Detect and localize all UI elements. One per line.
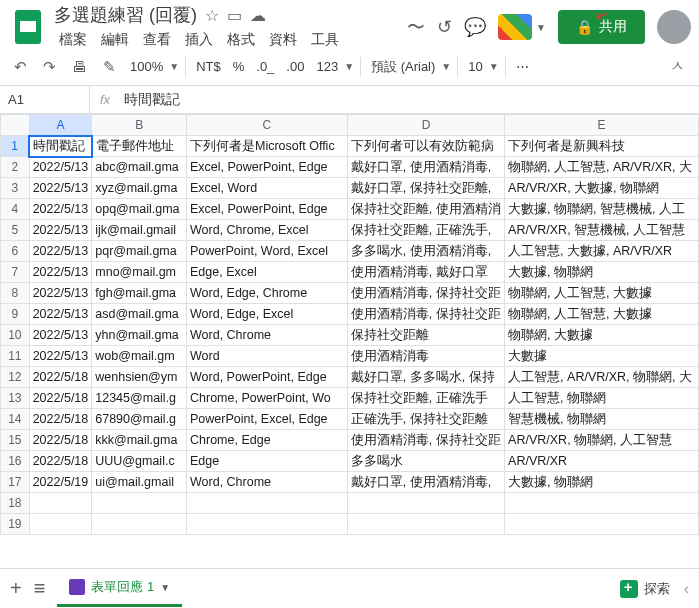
undo-icon[interactable]: ↶ — [8, 54, 33, 80]
cell[interactable]: AR/VR/XR, 大數據, 物聯網 — [505, 178, 699, 199]
cell[interactable]: Excel, PowerPoint, Edge — [187, 157, 348, 178]
row-19[interactable]: 19 — [1, 514, 30, 535]
collapse-icon[interactable]: ㅅ — [664, 53, 691, 80]
cell[interactable]: Word, Chrome — [187, 325, 348, 346]
cell[interactable]: 下列何者可以有效防範病 — [347, 136, 504, 157]
cell[interactable]: AR/VR/XR, 物聯網, 人工智慧 — [505, 430, 699, 451]
row-9[interactable]: 9 — [1, 304, 30, 325]
row-17[interactable]: 17 — [1, 472, 30, 493]
add-sheet-button[interactable]: + — [10, 577, 22, 600]
nav-left[interactable]: ‹ — [684, 580, 689, 598]
currency[interactable]: NT$ — [192, 55, 225, 78]
cell[interactable]: 大數據, 物聯網, 智慧機械, 人工 — [505, 199, 699, 220]
cell[interactable]: 戴好口罩, 使用酒精消毒, — [347, 157, 504, 178]
grid[interactable]: A B C D E 1 時間戳記 電子郵件地址 下列何者是Microsoft O… — [0, 114, 699, 535]
cell[interactable]: Word, Edge, Excel — [187, 304, 348, 325]
menu-tools[interactable]: 工具 — [306, 29, 344, 51]
cell[interactable]: 2022/5/13 — [29, 178, 92, 199]
cell[interactable]: 人工智慧, 物聯網 — [505, 388, 699, 409]
row-4[interactable]: 4 — [1, 199, 30, 220]
cell[interactable]: mno@mail.gm — [92, 262, 187, 283]
cell[interactable]: Chrome, Edge — [187, 430, 348, 451]
cell[interactable]: Excel, PowerPoint, Edge — [187, 199, 348, 220]
avatar[interactable] — [657, 10, 691, 44]
cell[interactable]: 保持社交距離 — [347, 325, 504, 346]
menu-view[interactable]: 查看 — [138, 29, 176, 51]
cell[interactable]: 2022/5/18 — [29, 451, 92, 472]
history-icon[interactable]: ↺ — [437, 16, 452, 38]
cell[interactable]: 物聯網, 人工智慧, 大數據 — [505, 304, 699, 325]
row-2[interactable]: 2 — [1, 157, 30, 178]
cell[interactable]: 保持社交距離, 正確洗手, — [347, 220, 504, 241]
cell[interactable]: UUU@gmail.c — [92, 451, 187, 472]
cell[interactable]: 2022/5/18 — [29, 388, 92, 409]
cell[interactable]: PowerPoint, Word, Excel — [187, 241, 348, 262]
move-icon[interactable]: ▭ — [227, 6, 242, 25]
row-1[interactable]: 1 — [1, 136, 30, 157]
cell[interactable]: ui@mail.gmail — [92, 472, 187, 493]
cell[interactable]: 大數據 — [505, 346, 699, 367]
cell[interactable]: 2022/5/18 — [29, 367, 92, 388]
cell[interactable]: abc@mail.gma — [92, 157, 187, 178]
cell[interactable]: 戴好口罩, 多多喝水, 保持 — [347, 367, 504, 388]
cell[interactable]: 物聯網, 人工智慧, AR/VR/XR, 大 — [505, 157, 699, 178]
corner[interactable] — [1, 115, 30, 136]
menu-edit[interactable]: 編輯 — [96, 29, 134, 51]
comment-icon[interactable]: 💬 — [464, 16, 486, 38]
cell[interactable]: 使用酒精消毒, 保持社交距 — [347, 283, 504, 304]
row-15[interactable]: 15 — [1, 430, 30, 451]
row-18[interactable]: 18 — [1, 493, 30, 514]
redo-icon[interactable]: ↷ — [37, 54, 62, 80]
cell[interactable]: AR/VR/XR — [505, 451, 699, 472]
paint-icon[interactable]: ✎ — [97, 54, 122, 80]
row-11[interactable]: 11 — [1, 346, 30, 367]
all-sheets-button[interactable]: ≡ — [34, 577, 46, 600]
cell[interactable]: 使用酒精消毒, 保持社交距 — [347, 430, 504, 451]
print-icon[interactable]: 🖶 — [66, 54, 93, 79]
cell[interactable]: opq@mail.gma — [92, 199, 187, 220]
menu-format[interactable]: 格式 — [222, 29, 260, 51]
row-13[interactable]: 13 — [1, 388, 30, 409]
sheet-tab[interactable]: 表單回應 1 ▼ — [57, 570, 182, 607]
row-10[interactable]: 10 — [1, 325, 30, 346]
cell[interactable]: Word, PowerPoint, Edge — [187, 367, 348, 388]
cell[interactable]: 保持社交距離, 正確洗手 — [347, 388, 504, 409]
cell[interactable]: pqr@mail.gma — [92, 241, 187, 262]
col-D[interactable]: D — [347, 115, 504, 136]
inc-dec[interactable]: .00 — [282, 55, 308, 78]
cell[interactable]: Excel, Word — [187, 178, 348, 199]
col-A[interactable]: A — [29, 115, 92, 136]
cell[interactable]: 戴好口罩, 保持社交距離, — [347, 178, 504, 199]
cell[interactable]: 2022/5/13 — [29, 283, 92, 304]
cell[interactable]: Word, Chrome — [187, 472, 348, 493]
cell[interactable]: 2022/5/18 — [29, 430, 92, 451]
row-6[interactable]: 6 — [1, 241, 30, 262]
row-8[interactable]: 8 — [1, 283, 30, 304]
cell[interactable]: 人工智慧, AR/VR/XR, 物聯網, 大 — [505, 367, 699, 388]
percent[interactable]: % — [229, 55, 249, 78]
zoom-select[interactable]: 100% — [126, 55, 167, 78]
cell[interactable]: 2022/5/13 — [29, 157, 92, 178]
cell[interactable]: 2022/5/13 — [29, 346, 92, 367]
cell[interactable]: 正確洗手, 保持社交距離 — [347, 409, 504, 430]
cell[interactable]: 人工智慧, 大數據, AR/VR/XR — [505, 241, 699, 262]
cell[interactable]: 物聯網, 大數據 — [505, 325, 699, 346]
row-14[interactable]: 14 — [1, 409, 30, 430]
fontsize[interactable]: 10 — [464, 55, 486, 78]
formula-input[interactable]: 時間戳記 — [120, 91, 184, 109]
numfmt[interactable]: 123 — [312, 55, 342, 78]
cell[interactable]: 下列何者是新興科技 — [505, 136, 699, 157]
cell[interactable]: 2022/5/13 — [29, 325, 92, 346]
cell[interactable]: Edge — [187, 451, 348, 472]
more[interactable]: ⋯ — [512, 55, 533, 78]
row-5[interactable]: 5 — [1, 220, 30, 241]
cell[interactable]: 多多喝水 — [347, 451, 504, 472]
cell[interactable]: 2022/5/19 — [29, 472, 92, 493]
cell[interactable]: wob@mail.gm — [92, 346, 187, 367]
row-16[interactable]: 16 — [1, 451, 30, 472]
row-7[interactable]: 7 — [1, 262, 30, 283]
activity-icon[interactable]: 〜 — [407, 15, 425, 39]
cell[interactable]: 2022/5/13 — [29, 220, 92, 241]
cell[interactable]: 2022/5/18 — [29, 409, 92, 430]
cell[interactable]: 2022/5/13 — [29, 241, 92, 262]
